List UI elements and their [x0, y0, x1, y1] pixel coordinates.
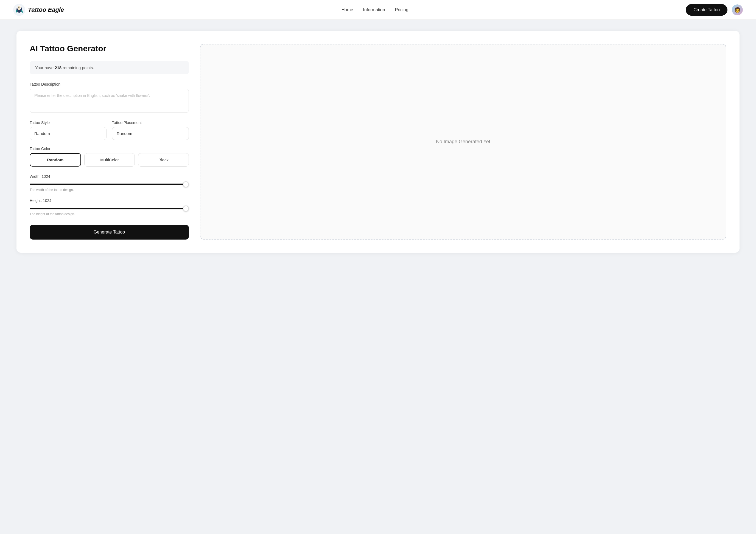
nav-information[interactable]: Information	[363, 8, 385, 13]
right-panel: No Image Generated Yet	[200, 44, 726, 240]
page-title: AI Tattoo Generator	[30, 44, 189, 53]
page-content: AI Tattoo Generator Your have 218 remain…	[0, 20, 756, 264]
description-label: Tattoo Description	[30, 82, 189, 87]
color-group: Random MultiColor Black	[30, 153, 189, 167]
nav-pricing[interactable]: Pricing	[395, 8, 409, 13]
height-slider[interactable]	[30, 208, 189, 209]
avatar-image: 🧑	[732, 4, 743, 15]
points-suffix: remaining points.	[62, 65, 94, 70]
placement-select[interactable]: Random	[112, 127, 189, 140]
color-random-button[interactable]: Random	[30, 153, 81, 167]
style-placement-row: Tattoo Style Random Tattoo Placement Ran…	[30, 120, 189, 140]
width-label: Width: 1024	[30, 174, 189, 179]
user-avatar[interactable]: 🧑	[732, 4, 743, 15]
generate-button[interactable]: Generate Tattoo	[30, 225, 189, 240]
navbar: Tattoo Eagle Home Information Pricing Cr…	[0, 0, 756, 20]
height-section: Height: 1024 The height of the tattoo de…	[30, 199, 189, 216]
color-multicolor-button[interactable]: MultiColor	[84, 153, 135, 167]
style-label: Tattoo Style	[30, 120, 106, 125]
svg-point-6	[19, 7, 20, 8]
description-input[interactable]	[30, 89, 189, 113]
width-hint: The width of the tattoo design.	[30, 188, 189, 192]
logo[interactable]: Tattoo Eagle	[13, 4, 64, 16]
style-select[interactable]: Random	[30, 127, 106, 140]
logo-text: Tattoo Eagle	[28, 6, 64, 13]
height-label: Height: 1024	[30, 199, 189, 203]
color-black-button[interactable]: Black	[138, 153, 189, 167]
width-slider[interactable]	[30, 184, 189, 185]
color-label: Tattoo Color	[30, 147, 189, 151]
nav-home[interactable]: Home	[341, 8, 353, 13]
no-image-text: No Image Generated Yet	[436, 139, 490, 145]
nav-right: Create Tattoo 🧑	[686, 4, 743, 16]
left-panel: AI Tattoo Generator Your have 218 remain…	[30, 44, 189, 240]
height-hint: The height of the tattoo design.	[30, 212, 189, 216]
nav-links: Home Information Pricing	[341, 8, 409, 13]
points-banner: Your have 218 remaining points.	[30, 61, 189, 74]
points-value: 218	[55, 65, 62, 70]
svg-point-5	[18, 7, 19, 8]
width-section: Width: 1024 The width of the tattoo desi…	[30, 174, 189, 192]
points-prefix: Your have	[35, 65, 55, 70]
placement-label: Tattoo Placement	[112, 120, 189, 125]
placement-field: Tattoo Placement Random	[112, 120, 189, 140]
eagle-logo-icon	[13, 4, 25, 16]
create-tattoo-button[interactable]: Create Tattoo	[686, 4, 727, 16]
main-card: AI Tattoo Generator Your have 218 remain…	[16, 31, 740, 253]
style-field: Tattoo Style Random	[30, 120, 106, 140]
